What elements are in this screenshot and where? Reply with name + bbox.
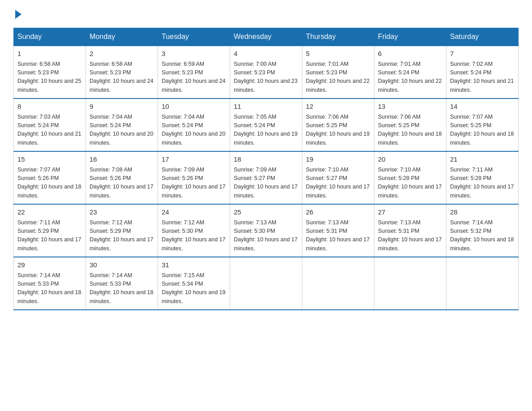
day-number: 15 — [17, 154, 82, 165]
day-info: Sunrise: 7:11 AMSunset: 5:29 PMDaylight:… — [17, 218, 82, 253]
day-number: 31 — [162, 260, 226, 270]
day-number: 19 — [306, 154, 370, 165]
day-number: 22 — [17, 207, 82, 218]
day-number: 10 — [162, 102, 226, 112]
day-number: 5 — [306, 49, 370, 59]
calendar-cell: 26 Sunrise: 7:13 AMSunset: 5:31 PMDaylig… — [302, 204, 374, 257]
calendar-cell — [230, 257, 302, 310]
day-header-tuesday: Tuesday — [158, 28, 230, 46]
calendar-cell — [446, 257, 519, 310]
day-info: Sunrise: 7:13 AMSunset: 5:30 PMDaylight:… — [234, 218, 298, 253]
day-number: 16 — [90, 154, 154, 165]
calendar-cell: 1 Sunrise: 6:58 AMSunset: 5:23 PMDayligh… — [14, 46, 86, 98]
calendar-cell: 24 Sunrise: 7:12 AMSunset: 5:30 PMDaylig… — [158, 204, 230, 257]
day-info: Sunrise: 7:08 AMSunset: 5:26 PMDaylight:… — [90, 166, 154, 201]
calendar-week-row: 29 Sunrise: 7:14 AMSunset: 5:33 PMDaylig… — [14, 257, 519, 310]
day-number: 12 — [306, 102, 370, 112]
day-info: Sunrise: 7:04 AMSunset: 5:24 PMDaylight:… — [90, 113, 154, 148]
day-number: 27 — [378, 207, 442, 218]
calendar-cell: 20 Sunrise: 7:10 AMSunset: 5:28 PMDaylig… — [374, 151, 446, 204]
calendar-cell: 28 Sunrise: 7:14 AMSunset: 5:32 PMDaylig… — [446, 204, 519, 257]
day-number: 11 — [234, 102, 298, 112]
day-info: Sunrise: 7:14 AMSunset: 5:33 PMDaylight:… — [17, 271, 82, 306]
calendar-cell — [302, 257, 374, 310]
day-number: 17 — [162, 154, 226, 165]
calendar-cell: 15 Sunrise: 7:07 AMSunset: 5:26 PMDaylig… — [14, 151, 86, 204]
day-info: Sunrise: 6:58 AMSunset: 5:23 PMDaylight:… — [17, 60, 82, 95]
day-number: 25 — [234, 207, 298, 218]
day-header-sunday: Sunday — [14, 28, 86, 46]
day-number: 14 — [450, 102, 515, 112]
day-info: Sunrise: 7:10 AMSunset: 5:28 PMDaylight:… — [378, 166, 442, 201]
day-header-saturday: Saturday — [446, 28, 519, 46]
calendar-header-row: SundayMondayTuesdayWednesdayThursdayFrid… — [14, 28, 519, 46]
calendar-cell: 2 Sunrise: 6:58 AMSunset: 5:23 PMDayligh… — [86, 46, 158, 98]
day-number: 2 — [90, 49, 154, 59]
day-info: Sunrise: 7:05 AMSunset: 5:24 PMDaylight:… — [234, 113, 298, 148]
calendar-cell: 13 Sunrise: 7:06 AMSunset: 5:25 PMDaylig… — [374, 98, 446, 151]
day-number: 1 — [17, 49, 82, 59]
day-number: 4 — [234, 49, 298, 59]
day-header-thursday: Thursday — [302, 28, 374, 46]
calendar-cell: 11 Sunrise: 7:05 AMSunset: 5:24 PMDaylig… — [230, 98, 302, 151]
calendar-cell: 21 Sunrise: 7:11 AMSunset: 5:28 PMDaylig… — [446, 151, 519, 204]
day-header-friday: Friday — [374, 28, 446, 46]
calendar-cell: 19 Sunrise: 7:10 AMSunset: 5:27 PMDaylig… — [302, 151, 374, 204]
day-info: Sunrise: 7:13 AMSunset: 5:31 PMDaylight:… — [378, 218, 442, 253]
calendar-cell: 4 Sunrise: 7:00 AMSunset: 5:23 PMDayligh… — [230, 46, 302, 98]
day-info: Sunrise: 7:15 AMSunset: 5:34 PMDaylight:… — [162, 271, 226, 306]
logo — [13, 9, 21, 19]
calendar-cell — [374, 257, 446, 310]
calendar-cell: 5 Sunrise: 7:01 AMSunset: 5:23 PMDayligh… — [302, 46, 374, 98]
day-number: 6 — [378, 49, 442, 59]
calendar-cell: 30 Sunrise: 7:14 AMSunset: 5:33 PMDaylig… — [86, 257, 158, 310]
logo-arrow-icon — [15, 10, 21, 19]
calendar-cell: 8 Sunrise: 7:03 AMSunset: 5:24 PMDayligh… — [14, 98, 86, 151]
calendar-cell: 29 Sunrise: 7:14 AMSunset: 5:33 PMDaylig… — [14, 257, 86, 310]
calendar-cell: 31 Sunrise: 7:15 AMSunset: 5:34 PMDaylig… — [158, 257, 230, 310]
calendar-cell: 18 Sunrise: 7:09 AMSunset: 5:27 PMDaylig… — [230, 151, 302, 204]
day-number: 18 — [234, 154, 298, 165]
day-info: Sunrise: 7:06 AMSunset: 5:25 PMDaylight:… — [306, 113, 370, 148]
day-number: 26 — [306, 207, 370, 218]
calendar-cell: 12 Sunrise: 7:06 AMSunset: 5:25 PMDaylig… — [302, 98, 374, 151]
calendar-week-row: 8 Sunrise: 7:03 AMSunset: 5:24 PMDayligh… — [14, 98, 519, 151]
day-header-monday: Monday — [86, 28, 158, 46]
calendar-week-row: 22 Sunrise: 7:11 AMSunset: 5:29 PMDaylig… — [14, 204, 519, 257]
calendar-cell: 10 Sunrise: 7:04 AMSunset: 5:24 PMDaylig… — [158, 98, 230, 151]
day-info: Sunrise: 7:14 AMSunset: 5:33 PMDaylight:… — [90, 271, 154, 306]
day-info: Sunrise: 7:09 AMSunset: 5:26 PMDaylight:… — [162, 166, 226, 201]
day-info: Sunrise: 7:06 AMSunset: 5:25 PMDaylight:… — [378, 113, 442, 148]
day-info: Sunrise: 6:59 AMSunset: 5:23 PMDaylight:… — [162, 60, 226, 95]
calendar-cell: 9 Sunrise: 7:04 AMSunset: 5:24 PMDayligh… — [86, 98, 158, 151]
calendar-cell: 16 Sunrise: 7:08 AMSunset: 5:26 PMDaylig… — [86, 151, 158, 204]
day-info: Sunrise: 7:11 AMSunset: 5:28 PMDaylight:… — [450, 166, 515, 201]
day-info: Sunrise: 6:58 AMSunset: 5:23 PMDaylight:… — [90, 60, 154, 95]
day-info: Sunrise: 7:12 AMSunset: 5:29 PMDaylight:… — [90, 218, 154, 253]
day-number: 28 — [450, 207, 515, 218]
day-info: Sunrise: 7:09 AMSunset: 5:27 PMDaylight:… — [234, 166, 298, 201]
day-number: 24 — [162, 207, 226, 218]
day-number: 13 — [378, 102, 442, 112]
day-info: Sunrise: 7:12 AMSunset: 5:30 PMDaylight:… — [162, 218, 226, 253]
day-info: Sunrise: 7:04 AMSunset: 5:24 PMDaylight:… — [162, 113, 226, 148]
calendar-cell: 7 Sunrise: 7:02 AMSunset: 5:24 PMDayligh… — [446, 46, 519, 98]
calendar-cell: 27 Sunrise: 7:13 AMSunset: 5:31 PMDaylig… — [374, 204, 446, 257]
day-number: 20 — [378, 154, 442, 165]
day-info: Sunrise: 7:14 AMSunset: 5:32 PMDaylight:… — [450, 218, 515, 253]
day-number: 30 — [90, 260, 154, 270]
calendar-cell: 3 Sunrise: 6:59 AMSunset: 5:23 PMDayligh… — [158, 46, 230, 98]
calendar-week-row: 1 Sunrise: 6:58 AMSunset: 5:23 PMDayligh… — [14, 46, 519, 98]
day-number: 23 — [90, 207, 154, 218]
calendar-cell: 17 Sunrise: 7:09 AMSunset: 5:26 PMDaylig… — [158, 151, 230, 204]
day-info: Sunrise: 7:01 AMSunset: 5:23 PMDaylight:… — [306, 60, 370, 95]
calendar-cell: 6 Sunrise: 7:01 AMSunset: 5:24 PMDayligh… — [374, 46, 446, 98]
calendar-week-row: 15 Sunrise: 7:07 AMSunset: 5:26 PMDaylig… — [14, 151, 519, 204]
day-number: 9 — [90, 102, 154, 112]
day-info: Sunrise: 7:07 AMSunset: 5:26 PMDaylight:… — [17, 166, 82, 201]
calendar-cell: 25 Sunrise: 7:13 AMSunset: 5:30 PMDaylig… — [230, 204, 302, 257]
calendar-table: SundayMondayTuesdayWednesdayThursdayFrid… — [13, 28, 519, 310]
day-info: Sunrise: 7:07 AMSunset: 5:25 PMDaylight:… — [450, 113, 515, 148]
page-header — [13, 9, 519, 19]
calendar-cell: 22 Sunrise: 7:11 AMSunset: 5:29 PMDaylig… — [14, 204, 86, 257]
